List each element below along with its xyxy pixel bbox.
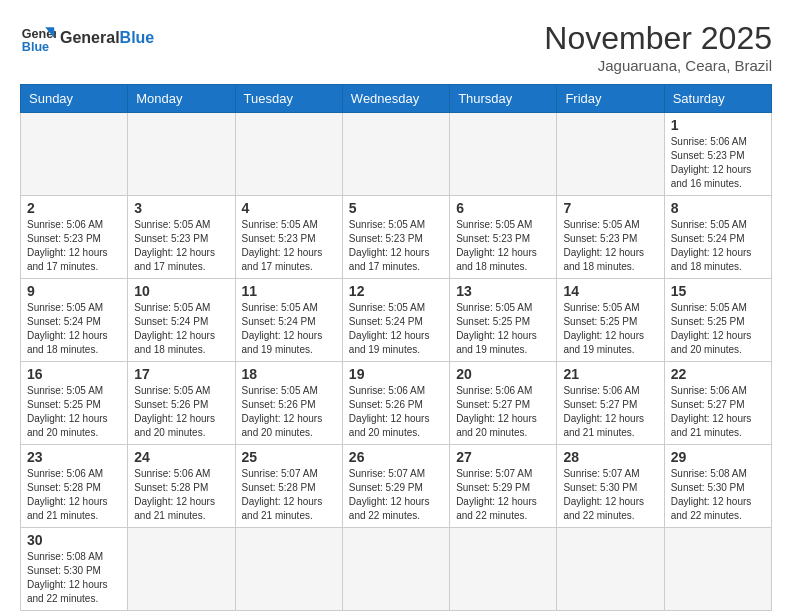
day-9: 9 Sunrise: 5:05 AM Sunset: 5:24 PM Dayli…: [21, 279, 128, 362]
header-tuesday: Tuesday: [235, 85, 342, 113]
day-6: 6 Sunrise: 5:05 AM Sunset: 5:23 PM Dayli…: [450, 196, 557, 279]
empty-cell: [128, 528, 235, 611]
calendar-row-5: 23 Sunrise: 5:06 AM Sunset: 5:28 PM Dayl…: [21, 445, 772, 528]
calendar-row-1: 1 Sunrise: 5:06 AM Sunset: 5:23 PM Dayli…: [21, 113, 772, 196]
day-18: 18 Sunrise: 5:05 AM Sunset: 5:26 PM Dayl…: [235, 362, 342, 445]
day-7: 7 Sunrise: 5:05 AM Sunset: 5:23 PM Dayli…: [557, 196, 664, 279]
day-28: 28 Sunrise: 5:07 AM Sunset: 5:30 PM Dayl…: [557, 445, 664, 528]
day-19: 19 Sunrise: 5:06 AM Sunset: 5:26 PM Dayl…: [342, 362, 449, 445]
day-20: 20 Sunrise: 5:06 AM Sunset: 5:27 PM Dayl…: [450, 362, 557, 445]
header-friday: Friday: [557, 85, 664, 113]
day-2: 2 Sunrise: 5:06 AM Sunset: 5:23 PM Dayli…: [21, 196, 128, 279]
day-13: 13 Sunrise: 5:05 AM Sunset: 5:25 PM Dayl…: [450, 279, 557, 362]
empty-cell: [235, 113, 342, 196]
svg-text:Blue: Blue: [22, 40, 49, 54]
header-thursday: Thursday: [450, 85, 557, 113]
day-30: 30 Sunrise: 5:08 AM Sunset: 5:30 PM Dayl…: [21, 528, 128, 611]
day-10: 10 Sunrise: 5:05 AM Sunset: 5:24 PM Dayl…: [128, 279, 235, 362]
day-27: 27 Sunrise: 5:07 AM Sunset: 5:29 PM Dayl…: [450, 445, 557, 528]
title-block: November 2025 Jaguaruana, Ceara, Brazil: [544, 20, 772, 74]
day-1: 1 Sunrise: 5:06 AM Sunset: 5:23 PM Dayli…: [664, 113, 771, 196]
logo-text: GeneralBlue: [60, 29, 154, 47]
header-monday: Monday: [128, 85, 235, 113]
calendar-row-4: 16 Sunrise: 5:05 AM Sunset: 5:25 PM Dayl…: [21, 362, 772, 445]
day-11: 11 Sunrise: 5:05 AM Sunset: 5:24 PM Dayl…: [235, 279, 342, 362]
day-15: 15 Sunrise: 5:05 AM Sunset: 5:25 PM Dayl…: [664, 279, 771, 362]
location-subtitle: Jaguaruana, Ceara, Brazil: [544, 57, 772, 74]
calendar-row-6: 30 Sunrise: 5:08 AM Sunset: 5:30 PM Dayl…: [21, 528, 772, 611]
empty-cell: [342, 113, 449, 196]
day-24: 24 Sunrise: 5:06 AM Sunset: 5:28 PM Dayl…: [128, 445, 235, 528]
empty-cell: [557, 528, 664, 611]
header-saturday: Saturday: [664, 85, 771, 113]
empty-cell: [235, 528, 342, 611]
calendar-row-3: 9 Sunrise: 5:05 AM Sunset: 5:24 PM Dayli…: [21, 279, 772, 362]
header-wednesday: Wednesday: [342, 85, 449, 113]
logo: General Blue GeneralBlue: [20, 20, 154, 56]
day-3: 3 Sunrise: 5:05 AM Sunset: 5:23 PM Dayli…: [128, 196, 235, 279]
day-22: 22 Sunrise: 5:06 AM Sunset: 5:27 PM Dayl…: [664, 362, 771, 445]
empty-cell: [664, 528, 771, 611]
header-sunday: Sunday: [21, 85, 128, 113]
day-8: 8 Sunrise: 5:05 AM Sunset: 5:24 PM Dayli…: [664, 196, 771, 279]
day-21: 21 Sunrise: 5:06 AM Sunset: 5:27 PM Dayl…: [557, 362, 664, 445]
day-14: 14 Sunrise: 5:05 AM Sunset: 5:25 PM Dayl…: [557, 279, 664, 362]
day-17: 17 Sunrise: 5:05 AM Sunset: 5:26 PM Dayl…: [128, 362, 235, 445]
empty-cell: [342, 528, 449, 611]
month-year-title: November 2025: [544, 20, 772, 57]
empty-cell: [450, 528, 557, 611]
day-26: 26 Sunrise: 5:07 AM Sunset: 5:29 PM Dayl…: [342, 445, 449, 528]
day-12: 12 Sunrise: 5:05 AM Sunset: 5:24 PM Dayl…: [342, 279, 449, 362]
calendar-table: Sunday Monday Tuesday Wednesday Thursday…: [20, 84, 772, 611]
empty-cell: [21, 113, 128, 196]
empty-cell: [128, 113, 235, 196]
day-25: 25 Sunrise: 5:07 AM Sunset: 5:28 PM Dayl…: [235, 445, 342, 528]
day-16: 16 Sunrise: 5:05 AM Sunset: 5:25 PM Dayl…: [21, 362, 128, 445]
weekday-header-row: Sunday Monday Tuesday Wednesday Thursday…: [21, 85, 772, 113]
empty-cell: [450, 113, 557, 196]
day-23: 23 Sunrise: 5:06 AM Sunset: 5:28 PM Dayl…: [21, 445, 128, 528]
empty-cell: [557, 113, 664, 196]
page-header: General Blue GeneralBlue November 2025 J…: [20, 20, 772, 74]
day-5: 5 Sunrise: 5:05 AM Sunset: 5:23 PM Dayli…: [342, 196, 449, 279]
day-29: 29 Sunrise: 5:08 AM Sunset: 5:30 PM Dayl…: [664, 445, 771, 528]
calendar-row-2: 2 Sunrise: 5:06 AM Sunset: 5:23 PM Dayli…: [21, 196, 772, 279]
day-4: 4 Sunrise: 5:05 AM Sunset: 5:23 PM Dayli…: [235, 196, 342, 279]
